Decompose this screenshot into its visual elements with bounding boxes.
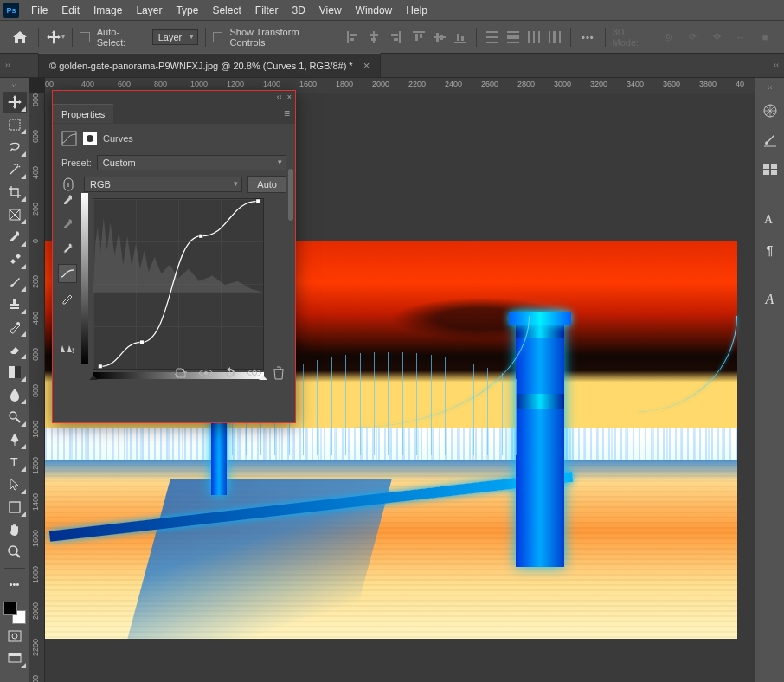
blur-tool[interactable]	[3, 384, 27, 405]
delete-icon[interactable]	[271, 365, 286, 381]
auto-button[interactable]: Auto	[247, 176, 286, 193]
magic-wand-tool[interactable]	[3, 159, 27, 180]
move-tool-indicator[interactable]: ▾	[46, 27, 65, 48]
expand-left-icon[interactable]: ››	[5, 61, 10, 69]
brush-tool[interactable]	[3, 272, 27, 293]
svg-rect-0	[347, 31, 349, 43]
curves-graph[interactable]	[93, 198, 264, 370]
align-top-button[interactable]	[410, 29, 427, 46]
history-brush-tool[interactable]	[3, 317, 27, 338]
menu-window[interactable]: Window	[349, 2, 400, 19]
close-tab-icon[interactable]: ×	[363, 59, 370, 72]
distribute-vcenter-button[interactable]	[504, 29, 522, 46]
document-tab-bar: ›› © golden-gate-panorama-P9WNFXJ.jpg @ …	[0, 54, 784, 78]
shape-tool[interactable]	[3, 497, 27, 518]
crop-tool[interactable]	[3, 182, 27, 203]
align-left-button[interactable]	[344, 29, 362, 46]
edit-toolbar-button[interactable]: •••	[3, 574, 27, 595]
panel-close-icon[interactable]: ×	[287, 93, 292, 101]
3d-pan-icon[interactable]: ✥	[706, 27, 727, 48]
panel-icon-2[interactable]	[758, 130, 782, 151]
panel-collapse-icon[interactable]: ‹‹	[277, 93, 282, 101]
document-tab[interactable]: © golden-gate-panorama-P9WNFXJ.jpg @ 20.…	[38, 53, 381, 77]
menu-layer[interactable]: Layer	[129, 2, 169, 19]
preset-dropdown[interactable]: Custom	[97, 155, 286, 170]
collapse-icon[interactable]: ››	[12, 81, 17, 90]
panel-icon-1[interactable]	[758, 100, 782, 121]
panel-icon-3[interactable]	[758, 159, 782, 180]
move-tool[interactable]	[3, 92, 27, 113]
3d-zoom-icon[interactable]: ■	[755, 27, 775, 48]
menu-3d[interactable]: 3D	[285, 2, 312, 19]
auto-select-checkbox[interactable]	[80, 32, 89, 42]
svg-rect-6	[399, 31, 401, 43]
view-previous-icon[interactable]	[198, 365, 214, 381]
eyedrop-gray-icon[interactable]	[58, 216, 77, 235]
3d-slide-icon[interactable]: ↔	[730, 27, 751, 48]
expand-right-icon[interactable]: ‹‹	[774, 61, 779, 69]
preset-label: Preset:	[61, 158, 92, 168]
svg-rect-12	[434, 36, 446, 38]
auto-select-dropdown[interactable]: Layer	[152, 29, 199, 45]
glyphs-panel-icon[interactable]: A	[758, 289, 782, 310]
eyedrop-white-icon[interactable]	[58, 240, 77, 259]
marquee-tool[interactable]	[3, 114, 27, 135]
menu-select[interactable]: Select	[205, 2, 247, 19]
3d-roll-icon[interactable]: ⟳	[682, 27, 703, 48]
distribute-top-button[interactable]	[484, 29, 501, 46]
clip-to-layer-icon[interactable]	[174, 365, 190, 381]
panel-menu-icon[interactable]: ≡	[284, 107, 290, 119]
menu-image[interactable]: Image	[87, 2, 129, 19]
menu-filter[interactable]: Filter	[248, 2, 286, 19]
quick-mask-button[interactable]	[3, 626, 27, 647]
character-panel-icon[interactable]: A|	[758, 209, 782, 230]
align-vcenter-button[interactable]	[431, 29, 448, 46]
menu-type[interactable]: Type	[169, 2, 205, 19]
eyedrop-black-icon[interactable]	[58, 191, 77, 210]
mask-icon[interactable]	[82, 131, 98, 146]
paragraph-panel-icon[interactable]: ¶	[758, 239, 782, 260]
pen-tool[interactable]	[3, 429, 27, 450]
lasso-tool[interactable]	[3, 137, 27, 158]
align-hcenter-button[interactable]	[365, 29, 382, 46]
type-tool[interactable]: T	[3, 452, 27, 473]
eraser-tool[interactable]	[3, 339, 27, 360]
curve-pencil-tool[interactable]	[58, 288, 77, 307]
eyedropper-tool[interactable]	[3, 227, 27, 248]
hand-tool[interactable]	[3, 519, 27, 540]
menu-edit[interactable]: Edit	[55, 2, 87, 19]
ruler-vertical[interactable]: 8006004002000200400600800100012001400160…	[29, 93, 45, 682]
curve-point-tool[interactable]	[58, 264, 77, 283]
distribute-more-button[interactable]	[546, 29, 563, 46]
home-button[interactable]	[9, 27, 31, 48]
path-select-tool[interactable]	[3, 474, 27, 495]
gradient-tool[interactable]	[3, 362, 27, 383]
transform-checkbox[interactable]	[213, 32, 222, 42]
home-icon	[12, 30, 28, 44]
distribute-bottom-button[interactable]	[525, 29, 543, 46]
finger-icon[interactable]	[61, 177, 79, 191]
screen-mode-button[interactable]	[3, 648, 27, 669]
collapse-right-icon[interactable]: ‹‹	[768, 83, 773, 92]
dodge-tool[interactable]	[3, 407, 27, 428]
reset-icon[interactable]	[222, 365, 238, 381]
menu-view[interactable]: View	[312, 2, 349, 19]
channel-dropdown[interactable]: RGB	[84, 177, 242, 192]
zoom-tool[interactable]	[3, 542, 27, 563]
visibility-icon[interactable]	[247, 365, 262, 381]
align-right-button[interactable]	[386, 29, 403, 46]
panel-tab-properties[interactable]: Properties	[53, 104, 113, 123]
menu-help[interactable]: Help	[399, 2, 434, 19]
menu-file[interactable]: File	[24, 2, 55, 19]
more-options-button[interactable]: •••	[578, 27, 597, 48]
stamp-tool[interactable]	[3, 294, 27, 315]
panel-scrollbar[interactable]	[288, 169, 293, 221]
3d-orbit-icon[interactable]: ◎	[658, 27, 678, 48]
clip-warning-icon[interactable]: !	[58, 338, 77, 357]
curve-line[interactable]	[93, 199, 265, 370]
healing-tool[interactable]	[3, 249, 27, 270]
svg-rect-39	[9, 631, 21, 641]
align-bottom-button[interactable]	[452, 29, 469, 46]
color-swatch[interactable]	[3, 602, 26, 624]
frame-tool[interactable]	[3, 204, 27, 225]
